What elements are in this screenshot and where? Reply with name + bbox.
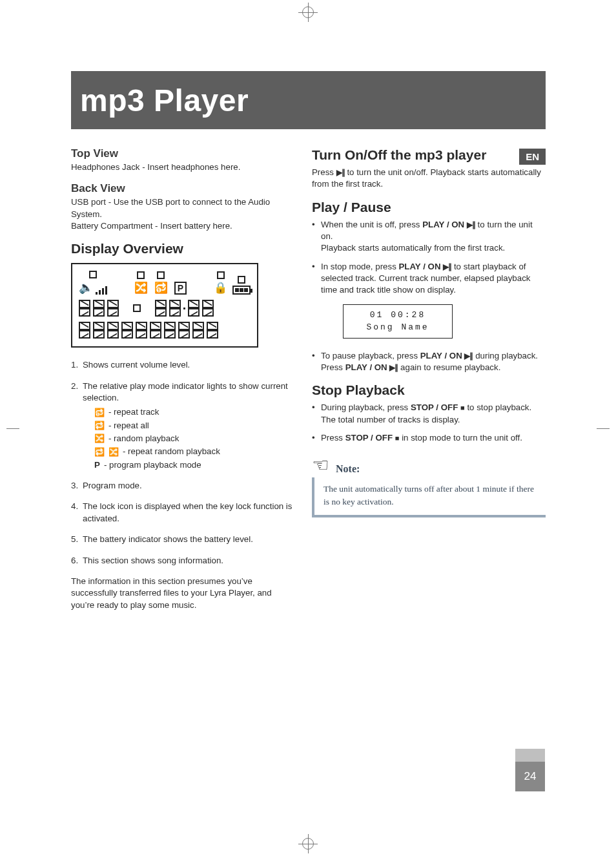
seven-seg-row-2 — [79, 322, 251, 339]
overview-item-3: Program mode. — [71, 480, 294, 492]
note-body: The unit automatically turns off after a… — [312, 477, 546, 517]
lcd-line-2: Song Name — [350, 321, 446, 334]
turn-on-off-heading: Turn On/Off the mp3 player — [312, 147, 546, 163]
stop-list: During playback, press STOP / OFF ■ to s… — [312, 402, 546, 444]
overview-item-5: The battery indicator shows the battery … — [71, 534, 294, 545]
manual-page: mp3 Player Top View Headphones Jack - In… — [0, 0, 616, 856]
crop-mark-top — [298, 3, 318, 22]
play-pause-item-3: To pause playback, press PLAY / ON ▶∥ du… — [312, 350, 546, 374]
stop-icon: ■ — [460, 404, 465, 412]
program-mode-letter: P — [94, 459, 100, 471]
shuffle-icon: 🔀 — [94, 433, 105, 444]
battery-icon — [232, 286, 251, 295]
page-number: 24 — [515, 762, 545, 791]
play-pause-item-1: When the unit is off, press PLAY / ON ▶∥… — [312, 219, 546, 255]
play-mode-list: 🔂- repeat track 🔁- repeat all 🔀- random … — [83, 406, 294, 471]
overview-item-4: The lock icon is displayed when the key … — [71, 501, 294, 525]
seven-seg-row-1 — [79, 300, 251, 317]
play-pause-list-2: To pause playback, press PLAY / ON ▶∥ du… — [312, 350, 546, 374]
display-overview-heading: Display Overview — [71, 241, 294, 256]
repeat-icon: 🔁 — [94, 446, 105, 458]
play-pause-icon: ▶∥ — [467, 220, 475, 229]
top-view-heading: Top View — [71, 147, 294, 160]
play-pause-item-2: In stop mode, press PLAY / ON ▶∥ to star… — [312, 261, 546, 297]
stop-item-1: During playback, press STOP / OFF ■ to s… — [312, 402, 546, 426]
hand-pointing-icon: ☜ — [312, 455, 329, 475]
title-bar: mp3 Player — [71, 71, 546, 129]
back-view-line1: USB port - Use the USB port to connect t… — [71, 196, 294, 220]
overview-footer-text: The information in this section presumes… — [71, 576, 294, 611]
note-box: ☜ Note: The unit automatically turns off… — [312, 455, 546, 517]
stop-heading: Stop Playback — [312, 382, 546, 398]
language-badge: EN — [519, 149, 546, 165]
left-column: Top View Headphones Jack - Insert headph… — [71, 147, 294, 611]
volume-icon: 🔈 — [79, 280, 107, 295]
play-pause-heading: Play / Pause — [312, 200, 546, 215]
play-pause-list: When the unit is off, press PLAY / ON ▶∥… — [312, 219, 546, 297]
shuffle-icon: 🔀 — [108, 446, 119, 458]
shuffle-icon: 🔀 — [134, 281, 148, 295]
page-title: mp3 Player — [80, 83, 249, 118]
display-overview-list: Shows current volume level. The relative… — [71, 359, 294, 566]
back-view-heading: Back View — [71, 182, 294, 195]
play-pause-icon: ▶∥ — [336, 168, 345, 177]
stop-icon: ■ — [395, 434, 400, 442]
repeat-icon: 🔁 — [94, 420, 105, 432]
crop-mark-bottom — [298, 834, 318, 853]
turn-on-off-text: Press ▶∥ to turn the unit on/off. Playba… — [312, 167, 546, 191]
stop-item-2: Press STOP / OFF ■ in stop mode to turn … — [312, 432, 546, 444]
play-pause-icon: ▶∥ — [443, 262, 451, 271]
top-view-text: Headphones Jack - Insert headphones here… — [71, 162, 294, 173]
back-view-line2: Battery Compartment - Insert battery her… — [71, 220, 294, 232]
lcd-diagram: 🔈 🔀 🔂 P — [71, 263, 258, 348]
program-mode-icon: P — [174, 282, 187, 295]
note-label: Note: — [336, 463, 360, 475]
content-area: mp3 Player Top View Headphones Jack - In… — [71, 71, 546, 611]
crop-tick-right — [597, 428, 610, 429]
repeat-one-icon: 🔂 — [154, 281, 168, 295]
lcd-line-1: 01 00:28 — [350, 309, 446, 322]
lock-icon: 🔒 — [214, 281, 227, 295]
crop-tick-left — [6, 428, 19, 429]
repeat-one-icon: 🔂 — [94, 407, 105, 419]
right-column: EN Turn On/Off the mp3 player Press ▶∥ t… — [312, 147, 546, 611]
overview-item-1: Shows current volume level. — [71, 359, 294, 371]
play-pause-icon: ▶∥ — [464, 351, 473, 360]
lcd-sample: 01 00:28 Song Name — [343, 304, 453, 339]
play-pause-icon: ▶∥ — [389, 363, 398, 372]
overview-item-2: The relative play mode indicator lights … — [71, 381, 294, 471]
overview-item-6: This section shows song information. — [71, 555, 294, 567]
